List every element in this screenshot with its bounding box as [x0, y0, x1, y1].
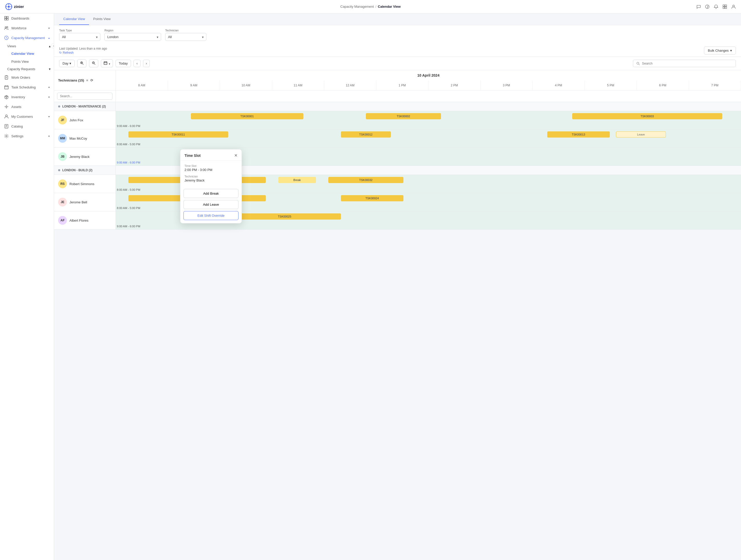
bulk-changes-button[interactable]: Bulk Changes ▾	[704, 47, 736, 55]
svg-line-27	[83, 64, 83, 65]
catalog-icon	[4, 124, 9, 129]
today-button[interactable]: Today	[116, 60, 131, 67]
technician-field: Technician Jeremy Black	[185, 175, 238, 182]
svg-line-31	[94, 64, 95, 65]
user-icon[interactable]	[731, 4, 736, 9]
technician-search-input[interactable]	[57, 93, 113, 100]
time-slot-field: Time Slot 2:00 PM - 3:00 PM	[185, 164, 238, 172]
calendar-search[interactable]	[633, 60, 736, 67]
svg-rect-9	[725, 5, 727, 6]
chevron-down-icon: ▾	[49, 67, 51, 71]
svg-point-18	[7, 26, 8, 28]
technician-select[interactable]: All	[165, 33, 206, 41]
sidebar-item-inventory[interactable]: Inventory ▾	[0, 92, 54, 102]
task-bar[interactable]: TSK00032	[328, 177, 403, 183]
technician-row: MM Max McCoy TSK00011TSK00012TSK00013Lea…	[54, 129, 741, 148]
task-bar[interactable]: TSK00011	[128, 132, 228, 138]
task-type-label: Task Type	[59, 29, 100, 32]
time-slot-popup: Time Slot ✕ Time Slot 2:00 PM - 3:00 PM …	[180, 149, 242, 224]
sidebar-item-label: Capacity Management	[11, 36, 45, 40]
close-icon[interactable]: ✕	[234, 153, 238, 158]
search-input[interactable]	[642, 62, 733, 65]
task-type-select[interactable]: All	[59, 33, 100, 41]
time-columns-row: 8 AM9 AM10 AM11 AM12 AM1 PM2 PM3 PM4 PM5…	[116, 80, 741, 90]
time-column: 5 PM	[585, 80, 637, 90]
sidebar-item-label: Assets	[11, 105, 21, 109]
task-bar[interactable]: TSK00024	[341, 195, 403, 201]
technician-cell: AF Albert Flores	[54, 211, 116, 229]
technician-timeline[interactable]: TSK00011TSK00012TSK00013Leave 8:00 AM - …	[116, 129, 741, 147]
calendar-toolbar: Day ▾ ▾ Today ‹ ›	[54, 57, 741, 70]
technician-search-cell	[54, 90, 116, 102]
sidebar-item-views[interactable]: Views ▴	[4, 43, 54, 50]
sidebar-item-capacity-management[interactable]: Capacity Management ▴	[0, 33, 54, 43]
chat-icon[interactable]	[696, 4, 701, 9]
refresh-icon[interactable]: ⟳	[90, 78, 93, 82]
help-icon[interactable]	[705, 4, 710, 9]
grid-icon[interactable]	[723, 4, 727, 9]
technician-cell: JF John Fox	[54, 111, 116, 129]
filter-icon[interactable]: ≡	[86, 78, 88, 82]
shift-time: 9:00 AM - 6:00 PM	[117, 161, 140, 164]
last-updated-text: Last Updated: Less than a min ago	[59, 47, 107, 51]
zoom-out-button[interactable]	[89, 59, 98, 67]
svg-rect-20	[5, 76, 8, 79]
view-day-button[interactable]: Day ▾	[59, 60, 75, 67]
clipboard-icon	[4, 75, 9, 80]
technician-timeline[interactable]: TSK00001TSK00002TSK00003 9:00 AM - 6:00 …	[116, 111, 741, 129]
sidebar-item-task-scheduling[interactable]: Task Scheduling ▾	[0, 82, 54, 92]
sidebar-item-work-orders[interactable]: Work Orders	[0, 73, 54, 82]
add-leave-button[interactable]: Add Leave	[184, 200, 239, 209]
technicians-header: Technicians (15) ≡ ⟳	[54, 70, 116, 90]
technician-cell: RS Robert Simmons	[54, 175, 116, 193]
popup-header: Time Slot ✕	[180, 149, 242, 161]
sidebar-item-workforce[interactable]: Workforce ▾	[0, 23, 54, 33]
sidebar-item-catalog[interactable]: Catalog	[0, 122, 54, 131]
task-bar[interactable]: TSK00003	[572, 113, 722, 119]
task-bar[interactable]: TSK00002	[366, 113, 441, 119]
users-icon	[4, 26, 9, 30]
svg-line-38	[639, 64, 640, 65]
update-info: Last Updated: Less than a min ago ↻ Refr…	[59, 47, 107, 55]
task-bar[interactable]: TSK00001	[191, 113, 304, 119]
task-bar[interactable]: TSK00012	[341, 132, 391, 138]
sidebar-item-my-customers[interactable]: My Customers ▾	[0, 111, 54, 122]
time-column: 8 AM	[116, 80, 168, 90]
sidebar-item-points-view[interactable]: Points View	[8, 58, 54, 66]
sidebar-item-capacity-requests[interactable]: Capacity Requests ▾	[4, 66, 54, 73]
sidebar-item-settings[interactable]: Settings ▾	[0, 131, 54, 141]
sidebar-item-dashboards[interactable]: Dashboards	[0, 13, 54, 23]
sidebar-item-calendar-view[interactable]: Calendar View	[8, 50, 54, 58]
leave-bar[interactable]: Leave	[616, 132, 666, 138]
bell-icon[interactable]	[714, 4, 718, 9]
avatar: JE	[58, 198, 67, 207]
technician-search-row	[54, 90, 741, 102]
sidebar-item-assets[interactable]: Assets	[0, 102, 54, 111]
prev-day-button[interactable]: ‹	[134, 60, 140, 67]
group-dot	[58, 105, 60, 107]
calendar-picker-button[interactable]: ▾	[101, 59, 113, 67]
breadcrumb: Capacity Management / Calendar View	[340, 5, 401, 8]
sidebar-item-label: Settings	[11, 134, 23, 138]
refresh-button[interactable]: ↻ Refresh	[59, 51, 107, 55]
chevron-down-icon: ▾	[730, 49, 732, 53]
shift-time: 8:00 AM - 5:00 PM	[117, 207, 140, 210]
time-column: 3 PM	[481, 80, 533, 90]
tab-calendar-view[interactable]: Calendar View	[59, 13, 89, 25]
next-day-button[interactable]: ›	[143, 60, 150, 67]
task-bar[interactable]: TSK00025	[228, 214, 341, 220]
edit-shift-override-button[interactable]: Edit Shift Override	[184, 211, 239, 220]
svg-rect-11	[725, 7, 727, 8]
logo-icon	[5, 3, 12, 10]
task-bar[interactable]: TSK00013	[547, 132, 610, 138]
region-select[interactable]: London	[105, 33, 161, 41]
add-break-button[interactable]: Add Break	[184, 189, 239, 198]
zoom-in-button[interactable]	[77, 59, 86, 67]
group-name: LONDON - BUILD (2)	[62, 168, 92, 172]
break-bar[interactable]: Break	[278, 177, 316, 183]
sidebar-item-label: Task Scheduling	[11, 85, 36, 89]
group-dot	[58, 169, 60, 171]
tab-points-view[interactable]: Points View	[89, 13, 115, 25]
svg-rect-16	[7, 18, 8, 20]
shift-time: 9:00 AM - 6:00 PM	[117, 225, 140, 228]
